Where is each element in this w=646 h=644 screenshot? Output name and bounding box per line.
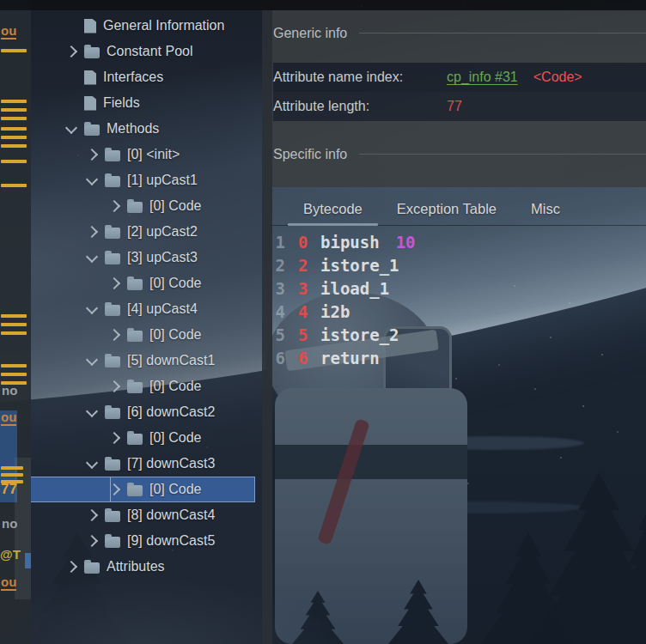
chevron-right-icon[interactable]	[86, 226, 98, 238]
bytecode-line-number: 6	[274, 349, 285, 368]
tree-row[interactable]: [9] downCast5	[31, 528, 255, 554]
chevron-right-icon[interactable]	[108, 329, 120, 341]
folder-icon	[84, 562, 100, 574]
tree-row[interactable]: [6] downCast2	[31, 399, 255, 425]
bytecode-offset: 0	[298, 233, 310, 252]
tree-row[interactable]: Attributes	[31, 554, 255, 580]
document-icon	[84, 70, 96, 85]
document-icon	[84, 96, 96, 111]
tree-row[interactable]: [7] downCast3	[31, 451, 255, 477]
tree-row[interactable]: [0] Code	[31, 270, 255, 296]
tree-row[interactable]: [0] Code	[31, 193, 255, 219]
tree-chevron-slot	[84, 461, 105, 467]
chevron-right-icon[interactable]	[108, 277, 120, 289]
chevron-right-icon[interactable]	[108, 200, 120, 212]
attribute-length-row: Attribute length: 77	[273, 92, 646, 121]
tree-item-label: [0] Code	[149, 198, 201, 214]
chevron-down-icon[interactable]	[86, 301, 98, 313]
folder-icon	[105, 408, 120, 419]
bytecode-offset: 3	[298, 279, 310, 298]
tree-row[interactable]: [8] downCast4	[31, 502, 255, 528]
tree-chevron-slot	[107, 331, 127, 339]
chevron-down-icon[interactable]	[65, 121, 77, 133]
tree-row[interactable]: Fields	[31, 90, 255, 116]
tree-row[interactable]: [4] upCast4	[31, 296, 255, 322]
editor-code-fragment-bar	[1, 331, 27, 335]
folder-icon	[127, 202, 143, 213]
class-structure-tree-panel: General InformationConstant PoolInterfac…	[31, 10, 262, 644]
tab-exception-table[interactable]: Exception Table	[380, 193, 514, 226]
tree-item-label: [5] downCast1	[127, 353, 215, 368]
bytecode-line-number: 5	[274, 325, 285, 344]
class-structure-tree: General InformationConstant PoolInterfac…	[31, 13, 262, 580]
specific-info-title: Specific info	[273, 147, 347, 162]
chevron-right-icon[interactable]	[86, 535, 98, 547]
editor-code-fragment-bar	[1, 184, 27, 187]
folder-icon	[127, 331, 143, 342]
tab-misc[interactable]: Misc	[514, 193, 577, 226]
editor-text-fragment: ou	[1, 574, 16, 591]
bytecode-mnemonic: return	[320, 349, 380, 368]
chevron-down-icon[interactable]	[86, 250, 98, 262]
tree-row[interactable]: [0] <init>	[31, 142, 255, 167]
folder-icon	[105, 356, 120, 368]
chevron-right-icon[interactable]	[108, 432, 120, 444]
tree-row[interactable]: Constant Pool	[31, 39, 255, 64]
tree-row[interactable]: [1] upCast1	[31, 167, 255, 193]
tree-row[interactable]: [0] Code	[31, 374, 255, 399]
tab-bytecode[interactable]: Bytecode	[286, 193, 380, 226]
constant-pool-link[interactable]: cp_info #31	[447, 70, 518, 85]
editor-code-fragment-bar	[1, 314, 27, 318]
editor-code-fragment-bar	[1, 381, 27, 385]
panel-splitter[interactable]	[262, 10, 272, 644]
tree-row[interactable]: Methods	[31, 116, 255, 142]
chevron-down-icon[interactable]	[86, 456, 98, 468]
tree-chevron-slot	[84, 511, 105, 519]
chevron-right-icon[interactable]	[86, 509, 98, 521]
bytecode-mnemonic: istore_2	[320, 325, 399, 344]
folder-icon	[84, 125, 100, 136]
tree-chevron-slot	[84, 255, 105, 261]
tree-row[interactable]: [0] Code	[31, 477, 255, 502]
generic-info-header: Generic info	[273, 24, 646, 42]
chevron-down-icon[interactable]	[86, 353, 98, 365]
chevron-right-icon[interactable]	[108, 483, 120, 495]
chevron-right-icon[interactable]	[65, 46, 77, 58]
editor-code-fragment-bar	[1, 127, 27, 131]
chevron-down-icon[interactable]	[86, 404, 98, 416]
editor-text-fragment: ou	[1, 23, 16, 39]
chevron-right-icon[interactable]	[86, 149, 98, 161]
generic-info-title: Generic info	[273, 26, 347, 41]
header-divider-line	[359, 33, 646, 33]
bytecode-line-number: 2	[274, 256, 285, 275]
tree-row[interactable]: [5] downCast1	[31, 348, 255, 374]
editor-code-fragment-bar	[1, 323, 27, 326]
tree-row[interactable]: [0] Code	[31, 322, 255, 348]
tree-row[interactable]: General Information	[31, 13, 255, 39]
tree-chevron-slot	[84, 537, 105, 545]
bytecode-mnemonic: bipush	[320, 233, 380, 252]
bytecode-offset: 2	[298, 256, 310, 275]
chevron-right-icon[interactable]	[108, 380, 120, 392]
chevron-right-icon[interactable]	[65, 561, 77, 573]
window-top-edge	[0, 0, 646, 10]
tree-chevron-slot	[84, 150, 105, 159]
bytecode-mnemonic: i2b	[320, 302, 350, 321]
folder-icon	[105, 537, 120, 548]
tree-row[interactable]: [2] upCast2	[31, 219, 255, 245]
folder-icon	[127, 382, 143, 393]
tree-chevron-slot	[64, 126, 84, 132]
tree-row[interactable]: [0] Code	[31, 425, 255, 451]
folder-icon	[127, 279, 143, 290]
tree-item-label: [8] downCast4	[127, 507, 215, 523]
attribute-length-value: 77	[447, 99, 462, 114]
tree-item-label: Methods	[107, 121, 159, 137]
tree-chevron-slot	[84, 307, 105, 313]
tree-row[interactable]: [3] upCast3	[31, 245, 255, 270]
bytecode-line-number: 3	[274, 279, 285, 298]
bytecode-operand: 10	[396, 233, 416, 252]
attribute-name-label: Attribute name index:	[273, 70, 447, 85]
chevron-down-icon[interactable]	[86, 173, 98, 185]
tree-row[interactable]: Interfaces	[31, 64, 255, 90]
tree-item-label: General Information	[103, 18, 224, 33]
